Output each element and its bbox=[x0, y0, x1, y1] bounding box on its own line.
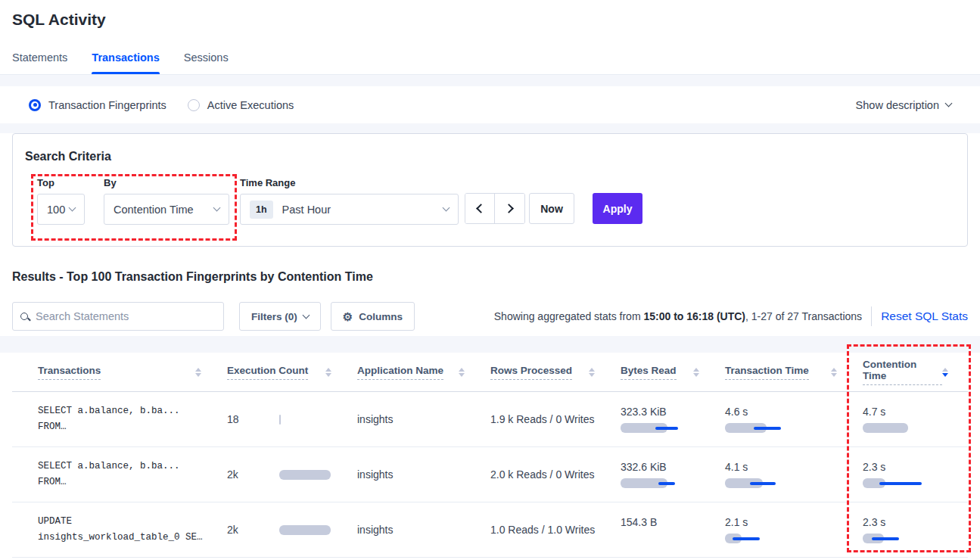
radio-icon bbox=[29, 99, 41, 111]
top-select-value: 100 bbox=[47, 204, 65, 216]
sort-up-arrow bbox=[831, 368, 837, 372]
sort-down-arrow bbox=[195, 373, 201, 377]
sort-icon[interactable] bbox=[831, 368, 837, 377]
execution-count-value: 2k bbox=[227, 468, 279, 481]
sort-down-arrow bbox=[325, 373, 331, 377]
stat-bar bbox=[621, 478, 705, 488]
transaction-fingerprint[interactable]: SELECT a.balance, b.ba...FROM… bbox=[38, 403, 227, 435]
by-select-value: Contention Time bbox=[114, 204, 194, 216]
column-header-transactions[interactable]: Transactions bbox=[38, 365, 227, 380]
filters-button[interactable]: Filters (0) bbox=[239, 302, 321, 331]
bar-mean bbox=[863, 423, 908, 433]
tab-statements[interactable]: Statements bbox=[12, 51, 67, 74]
next-range-button[interactable] bbox=[495, 194, 524, 223]
search-statements-box bbox=[12, 302, 224, 331]
page-title: SQL Activity bbox=[12, 11, 968, 29]
column-header-bytes-read[interactable]: Bytes Read bbox=[621, 365, 725, 380]
sort-up-arrow bbox=[942, 368, 948, 372]
sort-up-arrow bbox=[459, 368, 465, 372]
sort-icon[interactable] bbox=[325, 368, 331, 377]
radio-group: Transaction FingerprintsActive Execution… bbox=[29, 99, 315, 111]
stat-bar bbox=[725, 534, 810, 543]
transaction-fingerprint[interactable]: SELECT a.balance, b.ba...FROM… bbox=[38, 459, 227, 490]
by-select[interactable]: Contention Time bbox=[104, 194, 229, 225]
reset-sql-stats-link[interactable]: Reset SQL Stats bbox=[881, 310, 968, 323]
bytes-read-cell: 323.3 KiB bbox=[621, 406, 725, 433]
section-gap bbox=[0, 336, 980, 353]
transaction-time-cell-value: 4.6 s bbox=[725, 406, 863, 418]
sort-up-arrow bbox=[693, 368, 699, 372]
tab-sessions[interactable]: Sessions bbox=[184, 51, 229, 74]
columns-button[interactable]: ⚙ Columns bbox=[331, 302, 415, 331]
aggregated-stats-text: Showing aggregated stats from 15:00 to 1… bbox=[494, 310, 862, 322]
time-range-select[interactable]: 1h Past Hour bbox=[240, 194, 459, 225]
stat-bar bbox=[725, 478, 810, 488]
section-gap bbox=[0, 123, 980, 133]
execution-count-cell: 2k bbox=[227, 524, 357, 536]
column-header-transaction-time[interactable]: Transaction Time bbox=[725, 365, 863, 380]
bar-stddev-line bbox=[655, 427, 678, 430]
section-gap bbox=[0, 75, 980, 86]
sort-up-arrow bbox=[325, 368, 331, 372]
now-button[interactable]: Now bbox=[529, 193, 574, 224]
sort-icon[interactable] bbox=[942, 368, 948, 377]
column-header-label: Bytes Read bbox=[621, 365, 677, 380]
sort-icon[interactable] bbox=[693, 368, 699, 377]
column-header-label: Application Name bbox=[357, 365, 443, 380]
results-heading: Results - Top 100 Transaction Fingerprin… bbox=[12, 270, 968, 285]
search-statements-input[interactable] bbox=[36, 310, 216, 322]
transactions-table-body: SELECT a.balance, b.ba...FROM…18insights… bbox=[12, 392, 968, 558]
execution-count-cell: 18 bbox=[227, 413, 357, 425]
results-controls: Filters (0) ⚙ Columns Showing aggregated… bbox=[12, 302, 968, 331]
sort-icon[interactable] bbox=[589, 368, 595, 377]
rows-processed-cell: 2.0 k Reads / 0 Writes bbox=[490, 468, 621, 481]
radio-option-active-executions[interactable]: Active Executions bbox=[188, 99, 294, 111]
chevron-down-icon bbox=[69, 204, 76, 212]
sql-line: UPDATE bbox=[38, 514, 227, 530]
previous-range-button[interactable] bbox=[465, 194, 495, 223]
tab-transactions[interactable]: Transactions bbox=[92, 51, 159, 74]
sort-down-arrow bbox=[589, 373, 595, 377]
top-label: Top bbox=[37, 177, 85, 188]
radio-option-transaction-fingerprints[interactable]: Transaction Fingerprints bbox=[29, 99, 166, 111]
sort-down-arrow bbox=[693, 373, 699, 377]
table-row[interactable]: SELECT a.balance, b.ba...FROM…18insights… bbox=[12, 392, 968, 447]
table-row[interactable]: SELECT a.balance, b.ba...FROM…2kinsights… bbox=[12, 447, 968, 502]
sql-line: FROM… bbox=[38, 419, 227, 435]
chevron-down-icon bbox=[302, 311, 310, 319]
bar-stddev-line bbox=[879, 482, 922, 485]
transaction-time-cell: 4.6 s bbox=[725, 406, 863, 433]
sort-icon[interactable] bbox=[195, 368, 201, 377]
top-field-group: Top 100 bbox=[37, 177, 85, 225]
column-header-contention-time[interactable]: Contention Time bbox=[863, 359, 968, 385]
column-header-label: Transaction Time bbox=[725, 365, 809, 380]
chevron-down-icon bbox=[213, 204, 221, 212]
contention-time-cell: 4.7 s bbox=[863, 406, 968, 433]
column-header-rows-processed[interactable]: Rows Processed bbox=[490, 365, 621, 380]
sql-line: SELECT a.balance, b.ba... bbox=[38, 459, 227, 474]
show-description-toggle[interactable]: Show description bbox=[856, 99, 951, 111]
bar-stddev-line bbox=[658, 482, 675, 485]
application-name-cell: insights bbox=[357, 413, 490, 425]
sql-line: FROM… bbox=[38, 474, 227, 490]
by-field-group: By Contention Time bbox=[104, 177, 229, 225]
time-range-group: Time Range 1h Past Hour bbox=[240, 177, 459, 225]
stat-bar bbox=[863, 534, 947, 543]
transactions-table-section: TransactionsExecution CountApplication N… bbox=[0, 336, 980, 558]
radio-icon bbox=[188, 99, 200, 111]
stat-bar bbox=[863, 478, 947, 488]
transaction-time-cell: 2.1 s bbox=[725, 516, 863, 543]
column-header-application-name[interactable]: Application Name bbox=[357, 365, 490, 380]
search-criteria-panel: Search Criteria Top 100 By Contention Ti… bbox=[12, 133, 968, 247]
contention-time-cell-value: 4.7 s bbox=[863, 406, 968, 418]
bar-mean bbox=[279, 415, 281, 425]
bytes-read-cell-value: 154.3 B bbox=[621, 516, 725, 528]
apply-button[interactable]: Apply bbox=[593, 193, 642, 224]
bytes-read-cell: 332.6 KiB bbox=[621, 461, 725, 488]
table-row[interactable]: UPDATEinsights_workload_table_0 SE…2kins… bbox=[12, 502, 968, 558]
execution-count-cell: 2k bbox=[227, 468, 357, 481]
sort-icon[interactable] bbox=[459, 368, 465, 377]
column-header-execution-count[interactable]: Execution Count bbox=[227, 365, 357, 380]
top-select[interactable]: 100 bbox=[37, 194, 85, 225]
transaction-fingerprint[interactable]: UPDATEinsights_workload_table_0 SE… bbox=[38, 514, 227, 546]
